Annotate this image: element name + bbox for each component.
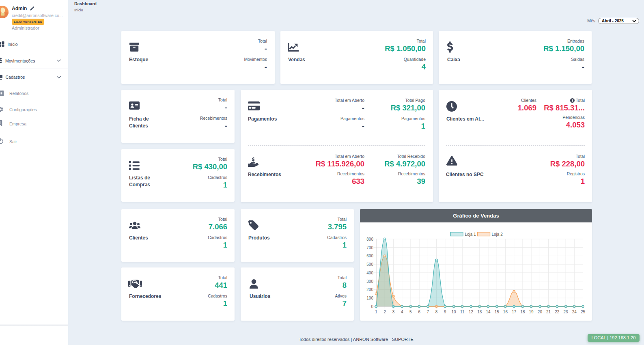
svg-text:200: 200 [366,287,373,292]
svg-text:17: 17 [512,310,517,314]
svg-text:12: 12 [469,310,474,314]
svg-text:19: 19 [529,310,534,314]
svg-text:500: 500 [366,262,373,267]
svg-text:24: 24 [572,310,577,314]
svg-text:23: 23 [564,310,569,314]
svg-text:800: 800 [366,237,373,242]
svg-text:300: 300 [366,279,373,284]
svg-text:10: 10 [452,310,457,314]
svg-text:8: 8 [435,310,438,314]
svg-text:1: 1 [375,310,377,314]
svg-text:15: 15 [495,310,500,314]
svg-text:25: 25 [581,310,586,314]
svg-text:400: 400 [366,271,373,275]
svg-text:18: 18 [520,310,525,314]
svg-text:9: 9 [444,310,446,314]
svg-text:11: 11 [460,310,465,314]
svg-text:700: 700 [366,246,373,250]
svg-text:100: 100 [366,296,373,300]
svg-text:600: 600 [366,254,373,258]
svg-text:4: 4 [401,310,403,314]
svg-text:5: 5 [409,310,412,314]
svg-text:13: 13 [477,310,482,314]
svg-text:6: 6 [418,310,420,314]
svg-text:22: 22 [555,310,560,314]
svg-text:Loja 1: Loja 1 [465,232,476,237]
svg-text:16: 16 [503,310,508,314]
svg-text:2: 2 [383,310,386,314]
svg-text:21: 21 [546,310,551,314]
svg-text:14: 14 [486,310,491,314]
svg-text:0: 0 [371,304,373,309]
svg-text:3: 3 [392,310,395,314]
svg-text:20: 20 [538,310,543,314]
svg-text:Loja 2: Loja 2 [492,232,503,237]
svg-text:7: 7 [427,310,429,314]
